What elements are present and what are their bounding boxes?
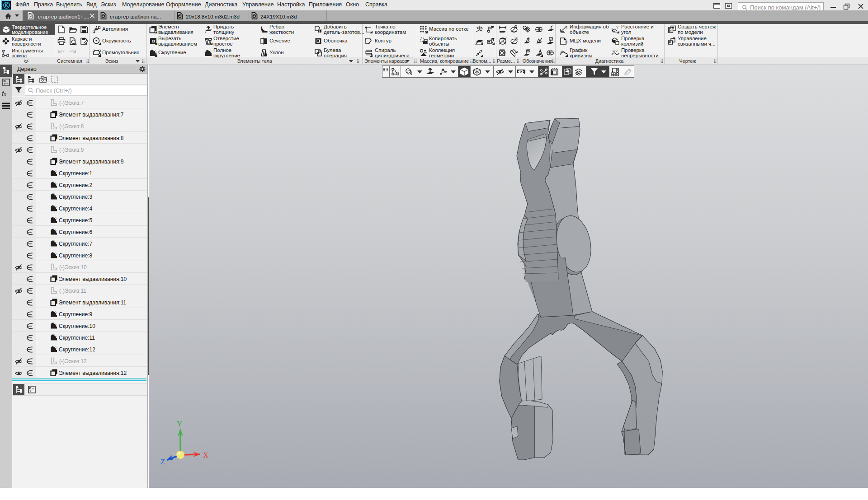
- svg-text:A: A: [550, 37, 552, 40]
- svg-text:?: ?: [616, 25, 618, 29]
- svg-text:E: E: [528, 37, 530, 40]
- svg-text:X: X: [203, 451, 208, 459]
- svg-text:R: R: [515, 37, 518, 40]
- svg-text:Y: Y: [177, 420, 182, 428]
- svg-text:?: ?: [565, 25, 567, 30]
- svg-text:G?: G?: [613, 49, 618, 53]
- svg-text:Z: Z: [160, 458, 165, 465]
